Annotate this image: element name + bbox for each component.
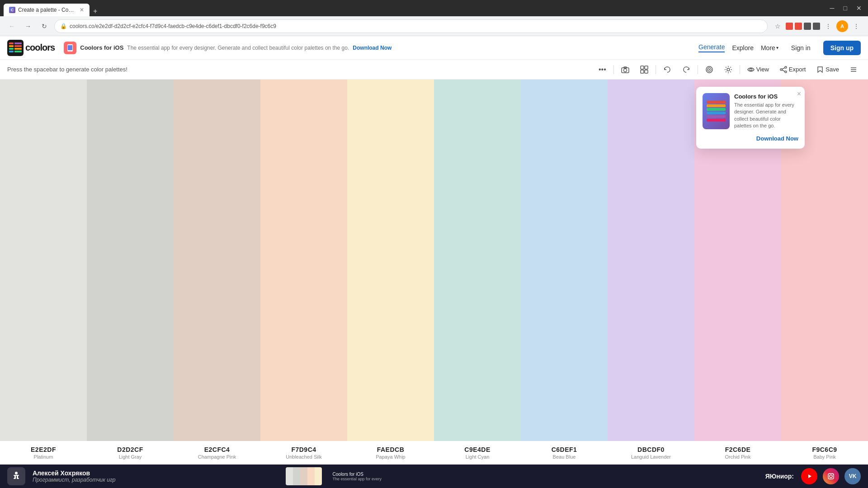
- svg-rect-18: [645, 70, 648, 73]
- svg-rect-1: [9, 42, 14, 44]
- grid-button[interactable]: [637, 63, 652, 76]
- export-button[interactable]: Export: [776, 63, 810, 76]
- color-strip-6[interactable]: C6DEF1Beau Blue: [521, 80, 608, 465]
- svg-rect-16: [645, 66, 648, 69]
- color-strip-4[interactable]: FAEDCBPapaya Whip: [347, 80, 434, 465]
- ios-popup-footer: Download Now: [703, 134, 798, 142]
- share-icon: [780, 66, 787, 73]
- new-tab-button[interactable]: +: [90, 6, 100, 16]
- color-hex-9: F9C6C9: [812, 446, 837, 453]
- ios-popup-title: Coolors for iOS: [734, 93, 798, 100]
- view-button[interactable]: View: [744, 63, 773, 76]
- extension-icon-dark2[interactable]: [813, 23, 820, 30]
- popup-color-3: [707, 108, 726, 111]
- url-text: coolors.co/e2e2df-d2d2cf-e2cfc4-f7d9c4-f…: [70, 23, 276, 29]
- bookmark-icon: [816, 66, 824, 73]
- adjust-button[interactable]: [702, 63, 717, 76]
- bookmark-star-button[interactable]: ☆: [771, 20, 784, 33]
- browser-chrome: C Create a palette - Coolors ✕ + ─ □ ✕: [0, 0, 868, 16]
- nav-generate[interactable]: Generate: [698, 43, 725, 52]
- divider-1: [613, 65, 614, 74]
- svg-point-25: [780, 69, 782, 70]
- back-button[interactable]: ←: [5, 20, 18, 33]
- reload-button[interactable]: ↻: [38, 20, 51, 33]
- undo-icon: [663, 66, 671, 74]
- export-label: Export: [789, 66, 806, 73]
- maximize-button[interactable]: □: [841, 4, 850, 13]
- forward-button[interactable]: →: [22, 20, 34, 33]
- camera-button[interactable]: [618, 63, 633, 76]
- color-hex-5: C9E4DE: [464, 446, 490, 453]
- more-options-button[interactable]: •••: [595, 63, 610, 76]
- nav-explore[interactable]: Explore: [732, 44, 753, 52]
- close-window-button[interactable]: ✕: [854, 4, 864, 13]
- color-name-8: Orchid Pink: [725, 454, 751, 460]
- logo-text: coolors: [25, 42, 55, 53]
- color-strip-2[interactable]: E2CFC4Champagne Pink: [174, 80, 260, 465]
- popup-color-1: [707, 101, 726, 103]
- extensions-button[interactable]: ⋮: [822, 20, 835, 33]
- popup-color-4: [707, 112, 726, 114]
- svg-point-22: [727, 68, 730, 71]
- svg-point-26: [785, 71, 787, 73]
- color-strip-1[interactable]: D2D2CFLight Gray: [87, 80, 174, 465]
- redo-button[interactable]: [679, 63, 694, 76]
- color-area-5: [434, 80, 521, 441]
- svg-rect-6: [14, 45, 22, 47]
- profile-button[interactable]: A: [836, 20, 848, 32]
- color-name-2: Champagne Pink: [198, 454, 236, 460]
- popup-color-2: [707, 104, 726, 107]
- logo-icon: [7, 40, 24, 56]
- coolors-logo[interactable]: coolors: [7, 40, 55, 56]
- grid-icon: [640, 66, 648, 74]
- color-strip-7[interactable]: DBCDF0Languid Lavender: [608, 80, 694, 465]
- divider-2: [656, 65, 656, 74]
- ios-popup: × Coolors for iOS The essential app for …: [696, 87, 805, 149]
- toolbar-actions: •••: [595, 63, 861, 76]
- save-button[interactable]: Save: [813, 63, 843, 76]
- save-label: Save: [826, 66, 839, 73]
- address-bar[interactable]: 🔒 coolors.co/e2e2df-d2d2cf-e2cfc4-f7d9c4…: [54, 19, 768, 33]
- color-hex-4: FAEDCB: [377, 446, 405, 453]
- app-navbar: coolors Coolors for iOS The essential ap…: [0, 36, 868, 60]
- nav-more[interactable]: More ▾: [761, 44, 778, 52]
- ios-popup-close-button[interactable]: ×: [797, 90, 801, 98]
- extension-icon-red2[interactable]: [795, 23, 802, 30]
- minimize-button[interactable]: ─: [827, 4, 837, 13]
- color-name-5: Light Cyan: [466, 454, 490, 460]
- divider-4: [740, 65, 740, 74]
- svg-rect-17: [641, 70, 644, 73]
- svg-rect-4: [9, 51, 14, 52]
- tab-close-button[interactable]: ✕: [80, 7, 84, 13]
- color-strip-5[interactable]: C9E4DELight Cyan: [434, 80, 521, 465]
- color-hex-1: D2D2CF: [117, 446, 143, 453]
- color-area-0: [0, 80, 87, 441]
- svg-point-23: [750, 68, 752, 70]
- color-area-3: [260, 80, 347, 441]
- color-strip-3[interactable]: F7D9C4Unbleached Silk: [260, 80, 347, 465]
- ios-app-name: Coolors for iOS: [80, 44, 123, 51]
- color-hex-7: DBCDF0: [637, 446, 665, 453]
- settings-button[interactable]: [721, 63, 736, 76]
- color-hex-6: C6DEF1: [552, 446, 577, 453]
- extension-icon-dark[interactable]: [804, 23, 811, 30]
- ios-popup-download-link[interactable]: Download Now: [756, 135, 798, 142]
- color-strip-0[interactable]: E2E2DFPlatinum: [0, 80, 87, 465]
- hamburger-menu-button[interactable]: [846, 63, 861, 76]
- extension-icon-red[interactable]: [786, 23, 793, 30]
- browser-menu-button[interactable]: ⋮: [850, 20, 863, 33]
- ios-popup-header: Coolors for iOS The essential app for ev…: [703, 93, 798, 130]
- signin-button[interactable]: Sign in: [786, 42, 816, 54]
- color-name-6: Beau Blue: [553, 454, 576, 460]
- undo-button[interactable]: [660, 63, 675, 76]
- active-tab[interactable]: C Create a palette - Coolors ✕: [4, 4, 90, 16]
- navbar-download-link[interactable]: Download Now: [353, 45, 392, 51]
- app-nav-right: Generate Explore More ▾ Sign in Sign up: [698, 41, 861, 55]
- color-hex-3: F7D9C4: [291, 446, 316, 453]
- ios-description: The essential app for every designer. Ge…: [127, 45, 349, 51]
- tab-title: Create a palette - Coolors: [18, 7, 77, 13]
- svg-rect-10: [68, 45, 72, 50]
- signup-button[interactable]: Sign up: [823, 41, 861, 55]
- security-icon: 🔒: [60, 23, 67, 29]
- svg-rect-8: [14, 51, 22, 52]
